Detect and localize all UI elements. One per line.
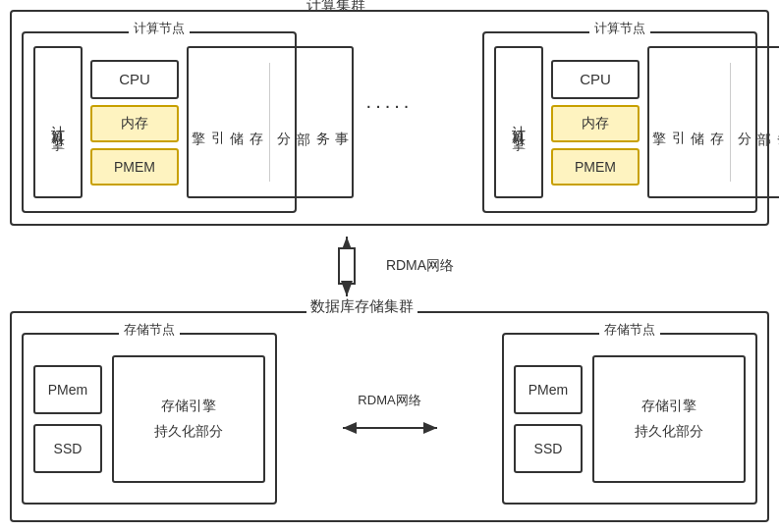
main-container: 计算集群 ..... 计算节点 计算引擎 CPU 内存 PMEM 存储引擎 事务… (0, 0, 779, 532)
storage-text-right: 存储引擎 (649, 121, 726, 125)
cpu-mem-col-right: CPU 内存 PMEM (551, 60, 640, 186)
compute-engine-left: 计算引擎 (33, 46, 83, 198)
storage-node-left: 存储节点 PMem SSD 存储引擎持久化部分 (22, 333, 277, 505)
cpu-box-left: CPU (90, 60, 179, 99)
svg-rect-2 (339, 248, 355, 284)
ssd-left: SSD (33, 424, 102, 473)
mem-box-left: 内存 (90, 105, 179, 142)
events-text-left: 事务部分 (274, 121, 351, 125)
compute-cluster: 计算集群 ..... 计算节点 计算引擎 CPU 内存 PMEM 存储引擎 事务… (10, 10, 769, 226)
sn-inner-right: PMem SSD 存储引擎持久化部分 (504, 335, 755, 503)
pmem-sn-right: PMem (514, 365, 583, 414)
ssd-right: SSD (514, 424, 583, 473)
cn-inner-left: 计算引擎 CPU 内存 PMEM 存储引擎 事务部分 (24, 33, 295, 211)
storage-engine-persist-right: 存储引擎持久化部分 (592, 355, 746, 483)
sn-inner-left: PMem SSD 存储引擎持久化部分 (24, 335, 275, 503)
storage-events-col-left: 存储引擎 事务部分 (187, 46, 354, 198)
pmem-box-left: PMEM (90, 148, 179, 186)
pmem-sn-left: PMem (33, 365, 102, 414)
rdma-section-top: RDMA网络 (0, 232, 779, 300)
svg-marker-8 (423, 422, 437, 434)
dots: ..... (366, 90, 414, 113)
pmem-box-right: PMEM (551, 148, 640, 186)
compute-node-left: 计算节点 计算引擎 CPU 内存 PMEM 存储引擎 事务部分 (22, 31, 297, 213)
cn-inner-right: 计算引擎 CPU 内存 PMEM 存储引擎 事务部分 (484, 33, 755, 211)
compute-engine-right: 计算引擎 (494, 46, 543, 198)
storage-node-right: 存储节点 PMem SSD 存储引擎持久化部分 (502, 333, 757, 505)
compute-cluster-label: 计算集群 (306, 0, 365, 15)
rdma-horiz-arrow (341, 413, 439, 443)
storage-events-col-right: 存储引擎 事务部分 (647, 46, 779, 198)
rdma-top-label: RDMA网络 (386, 257, 454, 275)
mem-box-right: 内存 (551, 105, 640, 142)
cpu-mem-col-left: CPU 内存 PMEM (90, 60, 179, 186)
pmem-ssd-col-left: PMem SSD (33, 365, 102, 473)
compute-node-right: 计算节点 计算引擎 CPU 内存 PMEM 存储引擎 事务部分 (482, 31, 757, 213)
storage-cluster: 数据库存储集群 存储节点 PMem SSD 存储引擎持久化部分 存储节点 PMe… (10, 311, 769, 522)
pmem-ssd-col-right: PMem SSD (514, 365, 583, 473)
rdma-middle-label: RDMA网络 (358, 392, 420, 409)
storage-text-left: 存储引擎 (189, 121, 265, 125)
cpu-box-right: CPU (551, 60, 640, 99)
storage-engine-persist-left: 存储引擎持久化部分 (112, 355, 265, 483)
events-text-right: 事务部分 (735, 121, 779, 125)
rdma-arrow-top (325, 235, 368, 298)
rdma-arrow-svg (325, 235, 368, 298)
rdma-middle: RDMA网络 (341, 392, 439, 443)
storage-cluster-label: 数据库存储集群 (306, 297, 417, 316)
